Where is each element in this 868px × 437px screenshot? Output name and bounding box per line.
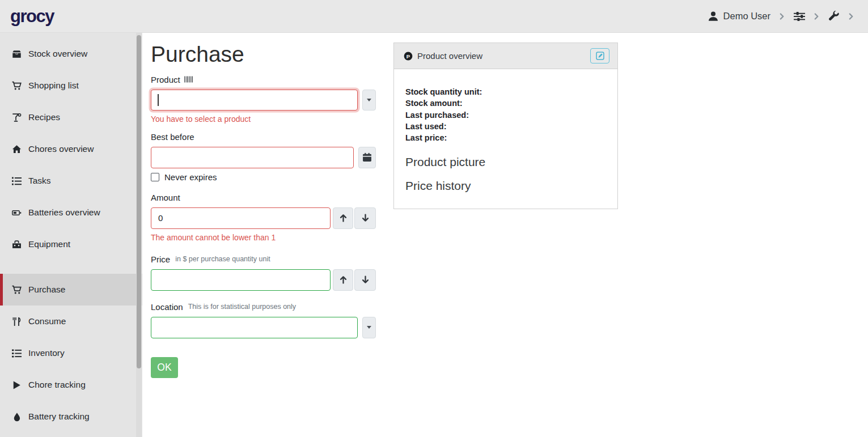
caret-down-icon (367, 326, 371, 329)
amount-field-group: Amount The amount cannot be lower than 1 (151, 193, 376, 242)
sidebar-item-label: Equipment (28, 239, 70, 249)
cocktail-icon (11, 113, 22, 122)
list-icon (11, 349, 22, 358)
best-before-field-group: Best before Never expires (151, 132, 376, 182)
sidebar-item-label: Batteries overview (28, 207, 100, 218)
location-dropdown-button[interactable] (362, 317, 376, 338)
user-icon (708, 11, 719, 22)
sidebar-item-label: Chore tracking (28, 380, 86, 390)
amount-decrement-button[interactable] (354, 207, 376, 229)
amount-label: Amount (151, 193, 180, 202)
price-input[interactable] (151, 269, 331, 291)
location-field-group: Location This is for statistical purpose… (151, 302, 376, 338)
last-purchased-field: Last purchased: (405, 109, 606, 121)
admin-menu[interactable] (828, 11, 840, 22)
amount-increment-button[interactable] (333, 207, 353, 229)
arrow-down-icon (361, 213, 370, 223)
box-icon (11, 49, 22, 59)
calendar-icon (362, 152, 372, 162)
chevron-right-icon (780, 12, 785, 20)
grocy-logo[interactable]: grocy (10, 6, 54, 27)
sidebar-item-equipment[interactable]: Equipment (0, 228, 142, 260)
ok-button[interactable]: OK (151, 357, 178, 378)
price-label: Price (151, 254, 170, 264)
caret-down-icon (367, 99, 371, 101)
sidebar-item-chore-tracking[interactable]: Chore tracking (0, 369, 142, 401)
pen-square-icon (596, 52, 604, 60)
product-dropdown-button[interactable] (362, 90, 376, 111)
sidebar: Stock overview Shopping list Recipes Cho… (0, 33, 142, 437)
amount-input[interactable] (151, 207, 331, 229)
stock-amount-field: Stock amount: (405, 97, 606, 109)
sidebar-item-shopping-list[interactable]: Shopping list (0, 70, 142, 101)
scrollbar-thumb[interactable] (137, 35, 141, 368)
battery-icon (11, 208, 22, 218)
sidebar-item-label: Tasks (28, 176, 51, 186)
sliders-icon (794, 11, 805, 22)
sidebar-item-label: Chores overview (28, 144, 94, 154)
utensils-icon (11, 317, 22, 326)
sidebar-item-label: Stock overview (28, 49, 87, 59)
location-input[interactable] (151, 317, 358, 338)
price-hint: in $ per purchase quantity unit (175, 255, 270, 263)
stock-quantity-unit-field: Stock quantity unit: (405, 86, 606, 97)
product-overview-title: Product overview (417, 51, 482, 61)
price-decrement-button[interactable] (354, 269, 376, 291)
wrench-icon (828, 11, 840, 22)
product-circle-icon: P (404, 52, 413, 61)
arrow-up-icon (338, 275, 348, 285)
product-overview-body: Stock quantity unit: Stock amount: Last … (394, 69, 617, 209)
arrow-up-icon (338, 213, 348, 223)
sidebar-item-label: Battery tracking (28, 411, 90, 422)
sidebar-item-label: Shopping list (28, 80, 79, 91)
product-error: You have to select a product (151, 114, 376, 124)
sidebar-item-tasks[interactable]: Tasks (0, 165, 142, 197)
product-picture-heading: Product picture (405, 155, 606, 169)
chevron-right-icon (814, 12, 819, 20)
shopping-cart-icon (11, 285, 22, 295)
price-increment-button[interactable] (333, 269, 353, 291)
last-price-field: Last price: (405, 132, 606, 143)
never-expires-label: Never expires (164, 172, 217, 182)
settings-menu[interactable] (794, 11, 805, 22)
sidebar-item-label: Recipes (28, 112, 60, 122)
sidebar-item-recipes[interactable]: Recipes (0, 101, 142, 133)
text-cursor (158, 94, 159, 106)
arrow-down-icon (361, 275, 370, 285)
last-used-field: Last used: (405, 121, 606, 132)
product-label: Product (151, 75, 180, 84)
sidebar-item-label: Inventory (28, 348, 65, 358)
droplet-icon (11, 412, 22, 422)
shopping-cart-icon (11, 81, 22, 91)
sidebar-item-chores-overview[interactable]: Chores overview (0, 133, 142, 165)
svg-text:P: P (407, 53, 410, 59)
sidebar-item-stock-overview[interactable]: Stock overview (0, 38, 142, 70)
best-before-label: Best before (151, 132, 194, 142)
edit-product-button[interactable] (590, 48, 609, 63)
user-menu[interactable]: Demo User (708, 11, 770, 22)
best-before-input[interactable] (151, 147, 354, 168)
sidebar-item-battery-tracking[interactable]: Battery tracking (0, 401, 142, 432)
sidebar-scrollbar[interactable] (136, 33, 142, 437)
navbar-menu: Demo User (708, 11, 856, 22)
top-navbar: grocy Demo User (0, 0, 868, 33)
sidebar-item-batteries-overview[interactable]: Batteries overview (0, 197, 142, 228)
sidebar-item-consume[interactable]: Consume (0, 306, 142, 337)
price-history-heading: Price history (405, 179, 606, 193)
product-overview-header: P Product overview (394, 43, 617, 69)
home-icon (11, 145, 22, 154)
sidebar-item-label: Consume (28, 316, 66, 326)
never-expires-checkbox[interactable] (151, 173, 159, 181)
play-icon (11, 380, 22, 390)
product-input[interactable] (151, 90, 358, 111)
product-field-group: Product You have to select a product (151, 75, 376, 124)
price-field-group: Price in $ per purchase quantity unit (151, 254, 376, 291)
location-hint: This is for statistical purposes only (188, 303, 296, 311)
sidebar-item-purchase[interactable]: Purchase (0, 274, 142, 306)
location-label: Location (151, 302, 183, 312)
toolbox-icon (11, 240, 22, 249)
sidebar-item-inventory[interactable]: Inventory (0, 337, 142, 369)
amount-error: The amount cannot be lower than 1 (151, 233, 376, 242)
barcode-icon (184, 76, 193, 83)
calendar-button[interactable] (358, 147, 376, 168)
